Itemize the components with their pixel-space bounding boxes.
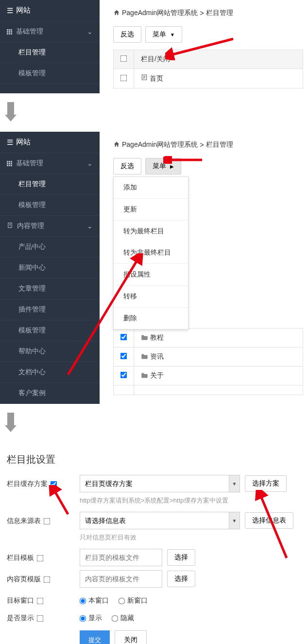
breadcrumb-site[interactable]: PageAdmin网站管理系统 — [122, 9, 198, 17]
enable-target-checkbox[interactable] — [37, 597, 44, 604]
info-table-select[interactable]: 请选择信息表 — [80, 512, 240, 529]
choose-col-template-button[interactable]: 选择 — [167, 549, 195, 566]
menu-dropdown: 添加 更新 转为最终栏目 转为非最终栏目 批设属性 转移 删除 — [113, 176, 188, 330]
enable-content-template-checkbox[interactable] — [44, 576, 51, 583]
main-area: PageAdmin网站管理系统 > 栏目管理 反选 菜单 ▼ 栏目/关闭 — [100, 0, 308, 93]
sidebar-group-basic[interactable]: 基础管理 ⌄ — [0, 21, 100, 42]
toolbar: 反选 菜单 ▶ 添加 更新 转为最终栏目 转为非最终栏目 批设属性 转移 删除 — [113, 158, 303, 174]
sidebar: ☰ 网站 基础管理 ⌄ 栏目管理 模板管理 内容管理 ⌄ 产品中心 新闻中心 文… — [0, 132, 100, 404]
form-row-column-template: 栏目模板 选择 — [7, 549, 301, 566]
step-arrow-2 — [0, 404, 308, 442]
target-blank-option[interactable]: 新窗口 — [119, 596, 148, 605]
sidebar-item-customer-cases[interactable]: 客户案例 — [0, 383, 100, 404]
form-row-source: 信息来源表 请选择信息表 ▼ 选择信息表 只对信息页栏目有效 — [7, 512, 301, 542]
enable-col-template-checkbox[interactable] — [37, 555, 44, 561]
visible-show-radio[interactable] — [80, 615, 86, 622]
menu-dropdown-button[interactable]: 菜单 ▶ — [145, 158, 181, 174]
menu-item-to-final[interactable]: 转为最终栏目 — [114, 221, 188, 242]
menu-item-delete[interactable]: 删除 — [114, 308, 188, 329]
label-column-template: 栏目模板 — [7, 554, 34, 562]
sidebar-item-product-center[interactable]: 产品中心 — [0, 237, 100, 258]
chevron-down-icon: ⌄ — [87, 28, 93, 35]
chevron-down-icon: ⌄ — [87, 159, 93, 167]
choose-scheme-button[interactable]: 选择方案 — [245, 475, 287, 492]
sidebar-item-column-management[interactable]: 栏目管理 — [0, 42, 100, 63]
section-2-panel: ☰ 网站 基础管理 ⌄ 栏目管理 模板管理 内容管理 ⌄ 产品中心 新闻中心 文… — [0, 132, 308, 404]
menu-item-update[interactable]: 更新 — [114, 199, 188, 220]
sidebar-item-template-mgmt[interactable]: 模板管理 — [0, 320, 100, 341]
menu-item-add[interactable]: 添加 — [114, 177, 188, 198]
menu-item-batch-attr[interactable]: 批设属性 — [114, 264, 188, 285]
breadcrumb-page: 栏目管理 — [206, 9, 233, 17]
sidebar-group-basic[interactable]: 基础管理 ⌄ — [0, 153, 100, 174]
sidebar-item-doc-center[interactable]: 文档中心 — [0, 362, 100, 383]
select-all-checkbox[interactable] — [120, 55, 127, 62]
sidebar-item-article-mgmt[interactable]: 文章管理 — [0, 278, 100, 299]
column-table: 教程 资讯 关于 — [113, 328, 303, 395]
menu-dropdown-button[interactable]: 菜单 ▼ — [145, 26, 182, 43]
arrow-down-icon — [5, 102, 17, 122]
sidebar-item-template-management[interactable]: 模板管理 — [0, 195, 100, 216]
sidebar-header[interactable]: ☰ 网站 — [0, 132, 100, 153]
label-content-template: 内容页模版 — [7, 575, 41, 584]
form-actions: 提交 关闭 — [80, 630, 301, 644]
invert-button[interactable]: 反选 — [113, 158, 141, 174]
enable-source-checkbox[interactable] — [44, 518, 51, 524]
table-row: 首页 — [114, 69, 303, 88]
sidebar-group-content[interactable]: 内容管理 ⌄ — [0, 216, 100, 237]
cache-hint: http缓存方案请到系统>系统配置>http缓存方案中设置 — [80, 496, 301, 505]
column-template-input[interactable] — [80, 549, 162, 566]
enable-cache-checkbox[interactable] — [51, 481, 57, 487]
row-name: 教程 — [150, 333, 164, 341]
sidebar-item-plugin-mgmt[interactable]: 插件管理 — [0, 299, 100, 320]
target-self-option[interactable]: 本窗口 — [80, 596, 109, 605]
cache-scheme-select[interactable]: 栏目页缓存方案 — [80, 475, 240, 492]
column-table: 栏目/关闭 首页 — [113, 50, 303, 88]
grid-icon — [7, 29, 12, 35]
sidebar-header[interactable]: ☰ 网站 — [0, 0, 100, 21]
source-hint: 只对信息页栏目有效 — [80, 533, 301, 542]
home-icon — [113, 141, 120, 149]
sidebar-item-column-management[interactable]: 栏目管理 — [0, 174, 100, 195]
visible-hide-radio[interactable] — [112, 615, 119, 622]
breadcrumb-site[interactable]: PageAdmin网站管理系统 — [122, 140, 198, 149]
menu-item-to-nonfinal[interactable]: 转为非最终栏目 — [114, 242, 188, 263]
sidebar-item-news-center[interactable]: 新闻中心 — [0, 258, 100, 278]
sidebar: ☰ 网站 基础管理 ⌄ 栏目管理 模板管理 — [0, 0, 100, 93]
folder-icon — [141, 372, 148, 380]
sidebar-item-template-management[interactable]: 模板管理 — [0, 63, 100, 84]
row-checkbox[interactable] — [120, 74, 127, 81]
choose-info-table-button[interactable]: 选择信息表 — [245, 512, 293, 529]
menu-item-transfer[interactable]: 转移 — [114, 286, 188, 307]
target-blank-radio[interactable] — [119, 597, 125, 604]
form-row-content-template: 内容页模版 选择 — [7, 570, 301, 588]
enable-visible-checkbox[interactable] — [37, 615, 44, 622]
row-name: 首页 — [150, 74, 163, 82]
hamburger-icon: ☰ — [7, 6, 13, 15]
row-checkbox[interactable] — [120, 334, 127, 341]
page-icon — [141, 74, 150, 82]
target-self-radio[interactable] — [80, 597, 86, 604]
label-target: 目标窗口 — [7, 596, 34, 605]
table-row: 关于 — [114, 366, 303, 385]
breadcrumb-separator: > — [200, 9, 204, 17]
content-template-input[interactable] — [80, 570, 162, 588]
row-checkbox[interactable] — [120, 372, 127, 379]
submit-button[interactable]: 提交 — [80, 630, 110, 644]
document-icon — [7, 222, 13, 230]
caret-down-icon: ▼ — [170, 32, 175, 37]
invert-button[interactable]: 反选 — [113, 26, 141, 43]
choose-content-template-button[interactable]: 选择 — [167, 571, 195, 587]
visible-show-option[interactable]: 显示 — [80, 614, 102, 623]
table-header-column: 栏目/关闭 — [134, 50, 303, 69]
row-checkbox[interactable] — [120, 353, 127, 360]
sidebar-item-help-center[interactable]: 帮助中心 — [0, 341, 100, 362]
folder-icon — [141, 334, 148, 342]
main-area: PageAdmin网站管理系统 > 栏目管理 反选 菜单 ▶ 添加 更新 转为最… — [100, 132, 308, 404]
visible-hide-option[interactable]: 隐藏 — [112, 614, 134, 623]
label-cache: 栏目缓存方案 — [7, 480, 48, 488]
table-row: 教程 — [114, 329, 303, 348]
breadcrumb: PageAdmin网站管理系统 > 栏目管理 — [113, 9, 303, 17]
form-row-visible: 是否显示 显示 隐藏 — [7, 609, 301, 623]
close-button[interactable]: 关闭 — [115, 630, 147, 644]
